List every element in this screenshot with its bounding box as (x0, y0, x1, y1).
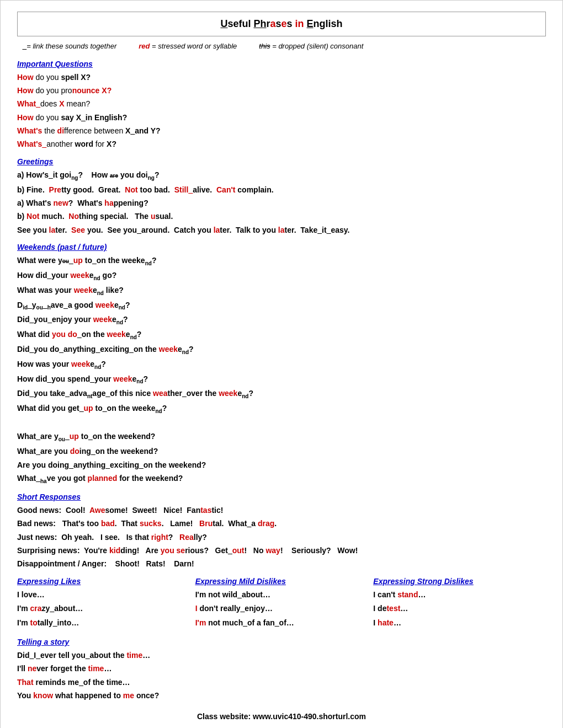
mild-3: I'm not much_of a fan_of… (195, 617, 368, 630)
title-text: Useful Phrases in English (220, 18, 342, 29)
strong-1: I can't stand… (373, 588, 546, 602)
section-weekends: Weekends (past / future) What were you_u… (17, 242, 546, 486)
greet-goodbye: See you later. See you. See you_around. … (17, 224, 546, 236)
strong-3: I hate… (373, 617, 546, 630)
col-likes: Expressing Likes I love… I'm crazy_about… (17, 576, 190, 631)
footer-text: Class website: www.uvic410-490.shorturl.… (197, 712, 366, 721)
legend-join: _= link these sounds together (23, 41, 116, 52)
section-title-greetings: Greetings (17, 156, 546, 168)
likes-3: I'm totally_into… (17, 617, 190, 630)
wk3: What was your weekend like? (17, 284, 546, 298)
greet-a1: a) How's_it going? How are you doing? (17, 169, 546, 183)
likes-2: I'm crazy_about… (17, 602, 190, 615)
wk2: How did_your weekend go? (17, 269, 546, 283)
q2: How do you pronounce X? (17, 84, 546, 97)
greet-b2: b) Not much. Nothing special. The usual. (17, 210, 546, 222)
col-strong-dislikes: Expressing Strong Dislikes I can't stand… (373, 576, 546, 631)
sr5: Disappointment / Anger: Shoot! Rats! Dar… (17, 558, 546, 570)
q6: What's_another word for X? (17, 138, 546, 150)
section-title-short-responses: Short Responses (17, 491, 546, 503)
sr4: Surprising news: You're kidding! Are you… (17, 544, 546, 556)
wk15: What_have you got planned for the weeken… (17, 472, 546, 486)
section-title-questions: Important Questions (17, 58, 546, 70)
mild-2: I don't really_enjoy… (195, 602, 368, 615)
wk6: What did you do_on the weekend? (17, 328, 546, 342)
mild-1: I'm not wild_about… (195, 588, 368, 602)
section-greetings: Greetings a) How's_it going? How are you… (17, 156, 546, 236)
q4: How do you say X_in English? (17, 111, 546, 124)
title-box: Useful Phrases in English (17, 12, 546, 36)
wk7: Did_you do_anything_exciting_on the week… (17, 343, 546, 357)
strong-2: I detest… (373, 602, 546, 615)
wk14: Are you doing_anything_exciting_on the w… (17, 459, 546, 471)
wk4: Did_you_have_a good weekend? (17, 299, 546, 313)
legend-silent: this = dropped (silent) consonant (259, 41, 363, 52)
wk9: How did_you spend_your weekend? (17, 373, 546, 387)
wk8: How was your weekend? (17, 358, 546, 372)
story-4: You know what happened to me once? (17, 689, 546, 702)
section-telling-story: Telling a story Did_I_ever tell you_abou… (17, 636, 546, 702)
col-mild-dislikes: Expressing Mild Dislikes I'm not wild_ab… (195, 576, 368, 631)
footer: Class website: www.uvic410-490.shorturl.… (17, 711, 546, 722)
section-important-questions: Important Questions How do you spell X? … (17, 58, 546, 151)
col-likes-title: Expressing Likes (17, 576, 190, 587)
legend: _= link these sounds together red = stre… (17, 41, 546, 52)
wk10: Did_you take_advantage_of this nice weat… (17, 387, 546, 401)
wk11: What did you get_up to_on the weekend? (17, 402, 546, 416)
section-short-responses: Short Responses Good news: Cool! Awesome… (17, 491, 546, 570)
section-title-story: Telling a story (17, 636, 546, 648)
wk-spacer (17, 417, 546, 429)
wk1: What were you_up to_on the weekend? (17, 254, 546, 268)
sr1: Good news: Cool! Awesome! Sweet! Nice! F… (17, 504, 546, 516)
wk5: Did_you_enjoy your weekend? (17, 313, 546, 327)
story-2: I'll never forget the time… (17, 662, 546, 675)
greet-a2: a) What's new? What's happening? (17, 197, 546, 209)
likes-1: I love… (17, 588, 190, 602)
q5: What's the difference between X_and Y? (17, 125, 546, 137)
story-3: That reminds me_of the time… (17, 676, 546, 688)
page: Useful Phrases in English _= link these … (0, 0, 563, 728)
col-strong-dislikes-title: Expressing Strong Dislikes (373, 576, 546, 587)
page-title: Useful Phrases in English (18, 17, 545, 31)
wk12: What_are you_up to_on the weekend? (17, 430, 546, 444)
legend-red: red = stressed word or syllable (139, 41, 237, 52)
sr2: Bad news: That's too bad. That sucks. La… (17, 517, 546, 529)
wk13: What_are you doing_on the weekend? (17, 445, 546, 457)
q1: How do you spell X? (17, 71, 546, 83)
section-title-weekends: Weekends (past / future) (17, 242, 546, 253)
sr3: Just news: Oh yeah. I see. Is that right… (17, 531, 546, 543)
q3: What_does X mean? (17, 98, 546, 110)
likes-dislikes-grid: Expressing Likes I love… I'm crazy_about… (17, 576, 546, 631)
greet-b1: b) Fine. Pretty good. Great. Not too bad… (17, 184, 546, 196)
col-mild-dislikes-title: Expressing Mild Dislikes (195, 576, 368, 587)
story-1: Did_I_ever tell you_about the time… (17, 649, 546, 661)
section-likes-dislikes: Expressing Likes I love… I'm crazy_about… (17, 576, 546, 631)
